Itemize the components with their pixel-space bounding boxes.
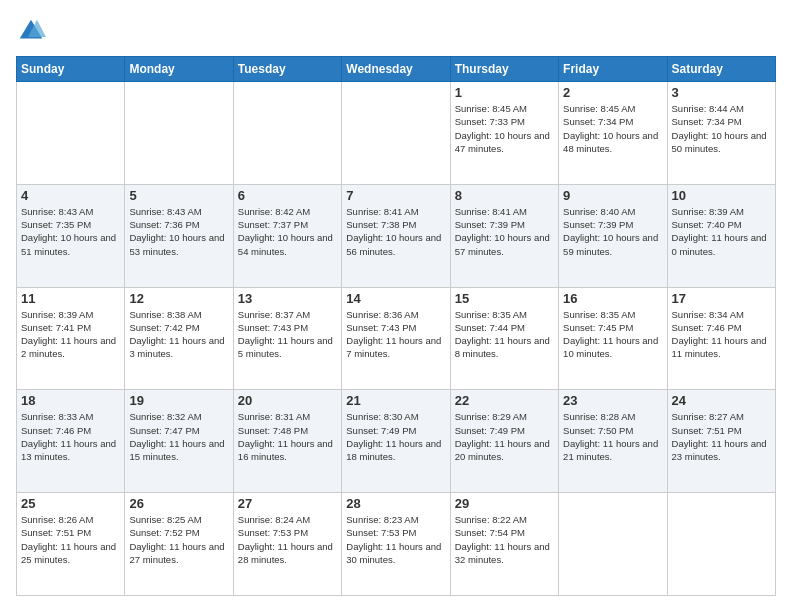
calendar-cell: 21Sunrise: 8:30 AMSunset: 7:49 PMDayligh… (342, 390, 450, 493)
day-number: 22 (455, 393, 554, 408)
calendar-cell: 28Sunrise: 8:23 AMSunset: 7:53 PMDayligh… (342, 493, 450, 596)
day-info: Sunrise: 8:23 AMSunset: 7:53 PMDaylight:… (346, 513, 445, 566)
day-number: 19 (129, 393, 228, 408)
calendar-week-3: 11Sunrise: 8:39 AMSunset: 7:41 PMDayligh… (17, 287, 776, 390)
day-info: Sunrise: 8:24 AMSunset: 7:53 PMDaylight:… (238, 513, 337, 566)
calendar-cell: 15Sunrise: 8:35 AMSunset: 7:44 PMDayligh… (450, 287, 558, 390)
calendar-cell: 4Sunrise: 8:43 AMSunset: 7:35 PMDaylight… (17, 184, 125, 287)
day-number: 18 (21, 393, 120, 408)
day-number: 29 (455, 496, 554, 511)
day-info: Sunrise: 8:32 AMSunset: 7:47 PMDaylight:… (129, 410, 228, 463)
calendar-cell: 7Sunrise: 8:41 AMSunset: 7:38 PMDaylight… (342, 184, 450, 287)
day-info: Sunrise: 8:39 AMSunset: 7:40 PMDaylight:… (672, 205, 771, 258)
weekday-header-friday: Friday (559, 57, 667, 82)
weekday-header-thursday: Thursday (450, 57, 558, 82)
day-info: Sunrise: 8:22 AMSunset: 7:54 PMDaylight:… (455, 513, 554, 566)
day-number: 12 (129, 291, 228, 306)
day-number: 23 (563, 393, 662, 408)
day-number: 26 (129, 496, 228, 511)
logo (16, 16, 50, 46)
day-info: Sunrise: 8:34 AMSunset: 7:46 PMDaylight:… (672, 308, 771, 361)
day-info: Sunrise: 8:42 AMSunset: 7:37 PMDaylight:… (238, 205, 337, 258)
day-info: Sunrise: 8:35 AMSunset: 7:45 PMDaylight:… (563, 308, 662, 361)
day-info: Sunrise: 8:25 AMSunset: 7:52 PMDaylight:… (129, 513, 228, 566)
day-info: Sunrise: 8:29 AMSunset: 7:49 PMDaylight:… (455, 410, 554, 463)
calendar-cell (667, 493, 775, 596)
calendar-cell (233, 82, 341, 185)
day-number: 28 (346, 496, 445, 511)
day-number: 21 (346, 393, 445, 408)
weekday-header-monday: Monday (125, 57, 233, 82)
day-info: Sunrise: 8:45 AMSunset: 7:34 PMDaylight:… (563, 102, 662, 155)
day-number: 16 (563, 291, 662, 306)
day-info: Sunrise: 8:35 AMSunset: 7:44 PMDaylight:… (455, 308, 554, 361)
calendar-cell: 3Sunrise: 8:44 AMSunset: 7:34 PMDaylight… (667, 82, 775, 185)
day-number: 24 (672, 393, 771, 408)
calendar-week-5: 25Sunrise: 8:26 AMSunset: 7:51 PMDayligh… (17, 493, 776, 596)
day-info: Sunrise: 8:41 AMSunset: 7:39 PMDaylight:… (455, 205, 554, 258)
calendar-table: SundayMondayTuesdayWednesdayThursdayFrid… (16, 56, 776, 596)
weekday-header-sunday: Sunday (17, 57, 125, 82)
calendar-cell: 10Sunrise: 8:39 AMSunset: 7:40 PMDayligh… (667, 184, 775, 287)
calendar-cell: 24Sunrise: 8:27 AMSunset: 7:51 PMDayligh… (667, 390, 775, 493)
calendar-cell: 27Sunrise: 8:24 AMSunset: 7:53 PMDayligh… (233, 493, 341, 596)
day-number: 3 (672, 85, 771, 100)
calendar-cell: 8Sunrise: 8:41 AMSunset: 7:39 PMDaylight… (450, 184, 558, 287)
calendar-week-2: 4Sunrise: 8:43 AMSunset: 7:35 PMDaylight… (17, 184, 776, 287)
day-number: 14 (346, 291, 445, 306)
calendar-cell: 6Sunrise: 8:42 AMSunset: 7:37 PMDaylight… (233, 184, 341, 287)
calendar-cell: 13Sunrise: 8:37 AMSunset: 7:43 PMDayligh… (233, 287, 341, 390)
day-info: Sunrise: 8:43 AMSunset: 7:35 PMDaylight:… (21, 205, 120, 258)
calendar-cell: 18Sunrise: 8:33 AMSunset: 7:46 PMDayligh… (17, 390, 125, 493)
calendar-cell: 9Sunrise: 8:40 AMSunset: 7:39 PMDaylight… (559, 184, 667, 287)
calendar-cell: 17Sunrise: 8:34 AMSunset: 7:46 PMDayligh… (667, 287, 775, 390)
day-number: 13 (238, 291, 337, 306)
day-info: Sunrise: 8:41 AMSunset: 7:38 PMDaylight:… (346, 205, 445, 258)
calendar-cell: 2Sunrise: 8:45 AMSunset: 7:34 PMDaylight… (559, 82, 667, 185)
day-number: 1 (455, 85, 554, 100)
logo-icon (16, 16, 46, 46)
day-number: 8 (455, 188, 554, 203)
day-info: Sunrise: 8:30 AMSunset: 7:49 PMDaylight:… (346, 410, 445, 463)
day-number: 4 (21, 188, 120, 203)
day-info: Sunrise: 8:26 AMSunset: 7:51 PMDaylight:… (21, 513, 120, 566)
calendar-cell (125, 82, 233, 185)
day-number: 6 (238, 188, 337, 203)
header (16, 16, 776, 46)
calendar-cell: 14Sunrise: 8:36 AMSunset: 7:43 PMDayligh… (342, 287, 450, 390)
weekday-header-row: SundayMondayTuesdayWednesdayThursdayFrid… (17, 57, 776, 82)
day-info: Sunrise: 8:39 AMSunset: 7:41 PMDaylight:… (21, 308, 120, 361)
calendar-cell (342, 82, 450, 185)
calendar-cell: 23Sunrise: 8:28 AMSunset: 7:50 PMDayligh… (559, 390, 667, 493)
day-info: Sunrise: 8:45 AMSunset: 7:33 PMDaylight:… (455, 102, 554, 155)
day-info: Sunrise: 8:28 AMSunset: 7:50 PMDaylight:… (563, 410, 662, 463)
day-number: 27 (238, 496, 337, 511)
calendar-cell: 25Sunrise: 8:26 AMSunset: 7:51 PMDayligh… (17, 493, 125, 596)
calendar-cell: 19Sunrise: 8:32 AMSunset: 7:47 PMDayligh… (125, 390, 233, 493)
weekday-header-saturday: Saturday (667, 57, 775, 82)
day-info: Sunrise: 8:44 AMSunset: 7:34 PMDaylight:… (672, 102, 771, 155)
day-number: 5 (129, 188, 228, 203)
calendar-cell: 16Sunrise: 8:35 AMSunset: 7:45 PMDayligh… (559, 287, 667, 390)
day-number: 25 (21, 496, 120, 511)
day-info: Sunrise: 8:43 AMSunset: 7:36 PMDaylight:… (129, 205, 228, 258)
calendar-cell: 12Sunrise: 8:38 AMSunset: 7:42 PMDayligh… (125, 287, 233, 390)
calendar-week-4: 18Sunrise: 8:33 AMSunset: 7:46 PMDayligh… (17, 390, 776, 493)
calendar-cell (559, 493, 667, 596)
weekday-header-tuesday: Tuesday (233, 57, 341, 82)
calendar-cell: 11Sunrise: 8:39 AMSunset: 7:41 PMDayligh… (17, 287, 125, 390)
calendar-cell: 26Sunrise: 8:25 AMSunset: 7:52 PMDayligh… (125, 493, 233, 596)
day-number: 9 (563, 188, 662, 203)
day-number: 2 (563, 85, 662, 100)
day-info: Sunrise: 8:33 AMSunset: 7:46 PMDaylight:… (21, 410, 120, 463)
calendar-cell (17, 82, 125, 185)
day-number: 7 (346, 188, 445, 203)
day-number: 10 (672, 188, 771, 203)
calendar-cell: 20Sunrise: 8:31 AMSunset: 7:48 PMDayligh… (233, 390, 341, 493)
day-number: 17 (672, 291, 771, 306)
calendar-cell: 22Sunrise: 8:29 AMSunset: 7:49 PMDayligh… (450, 390, 558, 493)
calendar-cell: 5Sunrise: 8:43 AMSunset: 7:36 PMDaylight… (125, 184, 233, 287)
day-number: 15 (455, 291, 554, 306)
weekday-header-wednesday: Wednesday (342, 57, 450, 82)
page: SundayMondayTuesdayWednesdayThursdayFrid… (0, 0, 792, 612)
